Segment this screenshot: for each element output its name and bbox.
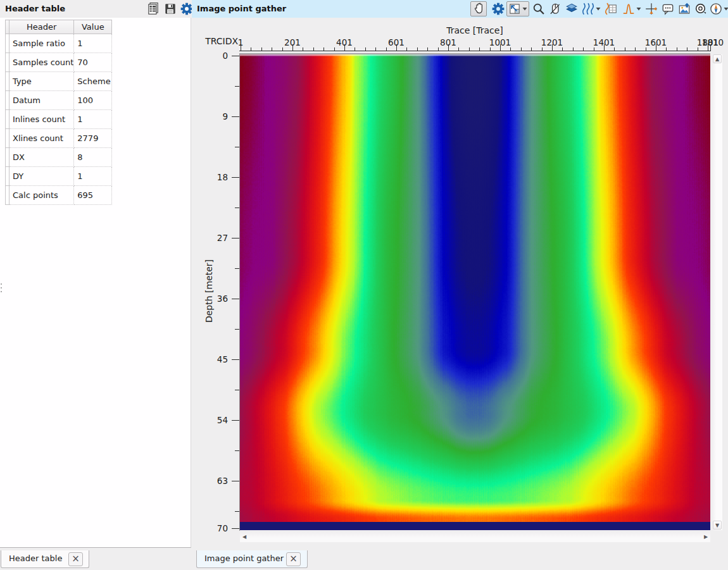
corner-axis-label: TRCIDX [200,36,238,46]
y-minor-tick [235,147,239,147]
y-minor-tick [235,511,239,512]
value-cell: 1 [74,110,112,129]
scroll-left-icon[interactable]: ◀ [240,532,249,542]
y-minor-tick [235,268,239,269]
save-icon[interactable] [163,2,177,16]
x-minor-tick [261,47,262,51]
x-minor-tick [573,47,574,51]
table-row[interactable]: Datum100 [6,91,112,110]
tab-header-table[interactable]: Header table × [1,550,89,568]
x-minor-tick [365,47,366,51]
x-minor-tick [406,47,407,51]
spectrum-curve-icon[interactable] [622,2,636,16]
x-minor-tick [282,47,283,51]
grid-wiggle-icon[interactable] [604,2,618,16]
x-axis-title: Trace [Trace] [380,25,570,35]
scroll-right-icon[interactable]: ▶ [701,532,710,542]
x-tick-label: 1601 [645,37,667,47]
x-minor-tick [625,47,625,51]
y-major-tick [232,420,239,421]
header-table: HeaderValue Sample ratio1Samples count70… [5,20,112,205]
spectrum-curve-dropdown-icon[interactable] [636,2,642,16]
table-row[interactable]: Samples count70 [6,53,112,72]
scroll-down-icon[interactable]: ▼ [713,521,722,530]
x-minor-tick [272,47,272,51]
splitter-handle[interactable] [1,281,3,295]
value-cell: 70 [74,53,112,72]
header-table-panel: HeaderValue Sample ratio1Samples count70… [0,18,191,548]
y-tick-label: 54 [184,415,228,425]
compass-dropdown-icon[interactable] [723,2,728,16]
y-tick-label: 27 [184,233,228,243]
x-tick-label: 201 [284,37,301,47]
column-value[interactable]: Value [74,20,112,34]
gather-heatmap[interactable] [240,54,710,530]
loupe-record-icon[interactable] [694,2,708,16]
value-cell: Scheme [74,72,112,91]
y-minor-tick [235,329,239,330]
table-row[interactable]: Xlines count2779 [6,129,112,148]
compass-orientation-icon[interactable] [709,2,723,16]
table-row[interactable]: Inlines count1 [6,110,112,129]
image-export-icon[interactable] [677,2,691,16]
table-row[interactable]: Sample ratio1 [6,34,112,53]
table-row[interactable]: TypeScheme [6,72,112,91]
zoom-magnifier-icon[interactable] [532,2,546,16]
comment-bubble-icon[interactable] [661,2,675,16]
wiggle-traces-dropdown-icon[interactable] [595,2,601,16]
wiggle-traces-icon[interactable] [581,2,595,16]
header-cell: Type [9,72,74,91]
value-cell: 1 [74,34,112,53]
x-tick-label: 1401 [593,37,615,47]
tab-header-table-close-icon[interactable]: × [68,552,83,566]
y-minor-tick [235,86,239,87]
header-cell: Xlines count [9,129,74,148]
fit-zoom-mode-icon[interactable] [508,2,522,16]
x-minor-tick [375,47,376,51]
header-cell: Calc points [9,186,74,205]
x-minor-tick [698,47,698,51]
tab-image-point-gather-close-icon[interactable]: × [286,552,301,566]
y-major-tick [232,359,239,360]
tab-header-table-label: Header table [9,550,62,567]
header-cell: Inlines count [9,110,74,129]
scroll-up-icon[interactable]: ▲ [713,54,722,63]
x-minor-tick [479,47,480,51]
pan-hand-icon[interactable] [472,2,486,16]
y-tick-label: 18 [184,172,228,182]
x-minor-tick [355,47,355,51]
value-cell: 100 [74,91,112,110]
x-minor-tick [510,47,511,51]
column-header[interactable]: Header [9,20,74,34]
x-axis-line [239,51,711,51]
tab-image-point-gather[interactable]: Image point gather × [196,550,308,568]
y-major-tick [232,177,239,178]
left-panel-title: Header table [5,0,65,18]
y-major-tick [232,299,239,299]
layers-icon[interactable] [565,2,579,16]
header-cell: Datum [9,91,74,110]
y-minor-tick [235,390,239,390]
toolbar-settings-gear-icon[interactable] [491,2,505,16]
horizontal-scrollbar[interactable]: ◀ ▶ [240,532,710,542]
vertical-scrollbar[interactable]: ▲ ▼ [712,54,722,530]
x-minor-tick [427,47,428,51]
table-report-icon[interactable] [146,2,160,16]
header-cell: DY [9,167,74,186]
crosshair-pick-icon[interactable] [644,2,658,16]
y-axis-title: Depth [meter] [204,247,217,335]
x-minor-tick [469,47,470,51]
y-tick-label: 0 [184,51,228,61]
table-row[interactable]: DY1 [6,167,112,186]
table-row[interactable]: DX8 [6,148,112,167]
mouse-select-icon[interactable] [548,2,562,16]
table-row[interactable]: Calc points695 [6,186,112,205]
x-tick-label: 1201 [541,37,563,47]
x-end-label: 1810 [702,37,724,47]
tab-image-point-gather-label: Image point gather [204,550,284,567]
x-minor-tick [531,47,532,51]
x-minor-tick [666,47,667,51]
fit-zoom-dropdown-icon[interactable] [522,2,528,16]
x-minor-tick [614,47,615,51]
left-panel-header: Header table [0,0,192,18]
